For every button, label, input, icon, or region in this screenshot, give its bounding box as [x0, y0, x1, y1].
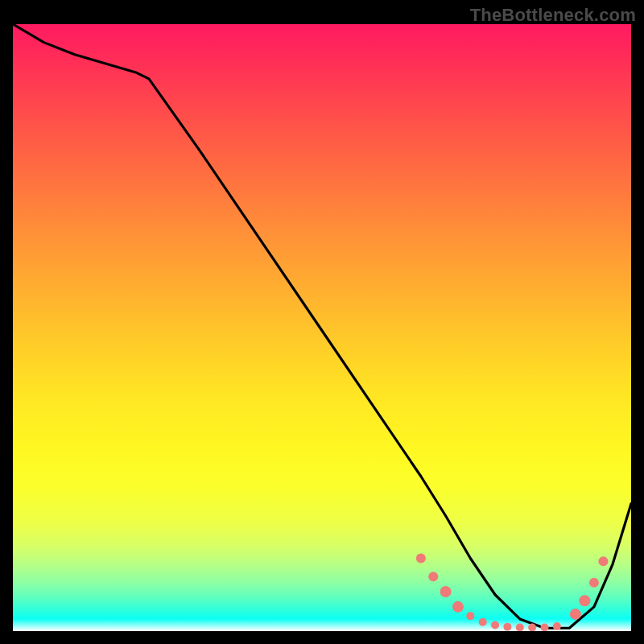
marker-dot	[466, 612, 474, 620]
chart-svg	[13, 24, 631, 631]
marker-dot	[479, 618, 487, 626]
marker-dot	[491, 621, 499, 629]
marker-dot	[589, 578, 599, 588]
marker-dot	[416, 554, 426, 564]
marker-dot	[452, 601, 464, 613]
marker-dot	[428, 572, 438, 581]
curve-line	[13, 24, 631, 628]
plot-area	[13, 24, 631, 631]
marker-dot	[570, 609, 581, 620]
marker-dot	[503, 623, 511, 631]
marker-dot	[440, 586, 452, 597]
marker-dot	[540, 623, 548, 631]
marker-dot	[598, 556, 608, 566]
marker-dot	[516, 623, 524, 631]
marker-dot	[579, 595, 590, 606]
marker-dot	[553, 622, 561, 630]
canvas: TheBottleneck.com	[0, 0, 644, 644]
watermark-text: TheBottleneck.com	[470, 5, 636, 26]
